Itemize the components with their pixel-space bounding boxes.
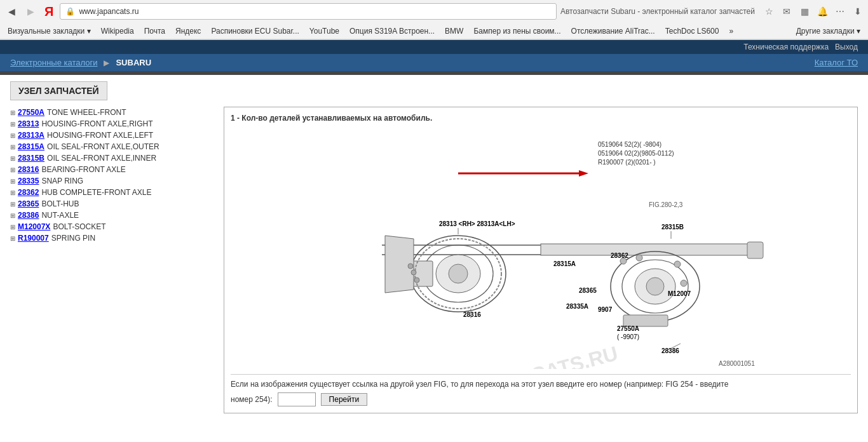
browser-toolbar: ◀ ▶ Я 🔒 www.japancats.ru Автозапчасти Su… bbox=[0, 0, 868, 23]
part-name-28365: BOLT-HUB bbox=[41, 199, 79, 208]
svg-text:M12007: M12007 bbox=[668, 290, 691, 297]
svg-point-26 bbox=[414, 278, 419, 283]
browser-chrome: ◀ ▶ Я 🔒 www.japancats.ru Автозапчасти Su… bbox=[0, 0, 868, 40]
svg-point-24 bbox=[681, 280, 687, 286]
part-name-28315b: OIL SEAL-FRONT AXLE,INNER bbox=[47, 154, 156, 163]
part-code-m12007x[interactable]: M12007X bbox=[18, 222, 50, 231]
expand-icon-1: ⊞ bbox=[10, 109, 15, 116]
list-item[interactable]: ⊞ R190007 SPRING PIN bbox=[10, 232, 214, 244]
svg-point-25 bbox=[408, 264, 413, 269]
go-button[interactable]: Перейти bbox=[321, 393, 368, 406]
footer-note: Если на изображения существует ссылка на… bbox=[231, 374, 851, 406]
parts-list: ⊞ 27550A TONE WHEEL-FRONT ⊞ 28313 HOUSIN… bbox=[10, 107, 214, 413]
tab-title: Автозапчасти Subaru - электронный катало… bbox=[560, 7, 755, 16]
catalog-breadcrumb-link[interactable]: Электронные каталоги bbox=[10, 58, 97, 67]
part-code-r190007[interactable]: R190007 bbox=[18, 234, 49, 243]
part-code-28316[interactable]: 28316 bbox=[18, 165, 39, 174]
bookmark-yandex[interactable]: Яндекс bbox=[172, 25, 205, 37]
expand-icon-6: ⊞ bbox=[10, 166, 15, 173]
part-code-28386[interactable]: 28386 bbox=[18, 211, 39, 220]
part-name-28313a: HOUSING-FRONT AXLE,LEFT bbox=[47, 131, 153, 140]
part-code-28362[interactable]: 28362 bbox=[18, 188, 39, 197]
part-code-28335[interactable]: 28335 bbox=[18, 177, 39, 185]
support-link[interactable]: Техническая поддержка bbox=[743, 43, 829, 51]
part-code-28313a[interactable]: 28313A bbox=[18, 131, 44, 140]
catalog-to-link[interactable]: Каталог ТО bbox=[815, 58, 858, 67]
svg-text:28315B: 28315B bbox=[661, 224, 684, 231]
svg-rect-45 bbox=[747, 242, 763, 258]
bell-icon[interactable]: 🔔 bbox=[816, 5, 829, 18]
part-code-28315b[interactable]: 28315B bbox=[18, 154, 44, 163]
header-links: Техническая поддержка Выход bbox=[743, 43, 858, 51]
bookmark-more-items[interactable]: » bbox=[725, 25, 737, 37]
breadcrumb-arrow: ▶ bbox=[104, 58, 109, 67]
expand-icon-4: ⊞ bbox=[10, 144, 15, 151]
logout-link[interactable]: Выход bbox=[835, 43, 858, 51]
url-text: www.japancats.ru bbox=[79, 7, 551, 16]
svg-point-13 bbox=[449, 264, 468, 283]
bookmark-alitrack[interactable]: Отслеживание AliTrac... bbox=[567, 25, 659, 37]
svg-text:28316: 28316 bbox=[463, 311, 481, 318]
lock-icon: 🔒 bbox=[65, 7, 75, 16]
site-header: Техническая поддержка Выход bbox=[0, 40, 868, 54]
fig-nav: номер 254): Перейти bbox=[231, 392, 851, 406]
page-wrapper: Техническая поддержка Выход Электронные … bbox=[0, 40, 868, 420]
bookmark-s319a[interactable]: Опция S319A Встроен... bbox=[346, 25, 438, 37]
part-code-27550a[interactable]: 27550A bbox=[18, 108, 44, 117]
bookmark-techdoc[interactable]: TechDoc LS600 bbox=[661, 25, 723, 37]
list-item[interactable]: ⊞ 28386 NUT-AXLE bbox=[10, 210, 214, 221]
list-item[interactable]: ⊞ 28313 HOUSING-FRONT AXLE,RIGHT bbox=[10, 118, 214, 130]
image-area: 1 - Кол-во деталей устанавливаемых на ав… bbox=[224, 107, 858, 413]
bookmarks-bar: Визуальные закладки ▾ Wikipedia Почта Ян… bbox=[0, 23, 868, 39]
part-code-28365[interactable]: 28365 bbox=[18, 199, 39, 208]
svg-text:28365: 28365 bbox=[579, 287, 597, 294]
yandex-logo[interactable]: Я bbox=[44, 4, 53, 19]
part-code-28313[interactable]: 28313 bbox=[18, 119, 39, 128]
part-code-28315a[interactable]: 28315A bbox=[18, 142, 44, 151]
list-item[interactable]: ⊞ 28315B OIL SEAL-FRONT AXLE,INNER bbox=[10, 152, 214, 164]
bookmark-bmw[interactable]: BMW bbox=[441, 25, 467, 37]
list-item[interactable]: ⊞ 28365 BOLT-HUB bbox=[10, 198, 214, 210]
forward-button[interactable]: ▶ bbox=[23, 4, 38, 19]
site-nav: Электронные каталоги ▶ SUBARU Каталог ТО bbox=[0, 54, 868, 71]
list-item[interactable]: ⊞ 28315A OIL SEAL-FRONT AXLE,OUTER bbox=[10, 141, 214, 152]
part-name-r190007: SPRING PIN bbox=[51, 234, 95, 243]
footer-note-text-2: номер 254): bbox=[231, 395, 273, 404]
bookmark-ecu[interactable]: Распиновки ECU Subar... bbox=[207, 25, 302, 37]
list-item[interactable]: ⊞ 28335 SNAP RING bbox=[10, 175, 214, 187]
bookmark-bumper[interactable]: Бампер из пены своим... bbox=[470, 25, 564, 37]
bookmark-youtube[interactable]: YouTube bbox=[306, 25, 343, 37]
address-bar[interactable]: 🔒 www.japancats.ru bbox=[60, 3, 557, 20]
expand-icon-8: ⊞ bbox=[10, 189, 15, 196]
svg-text:28315A: 28315A bbox=[553, 260, 576, 267]
bookmark-wikipedia[interactable]: Wikipedia bbox=[97, 25, 138, 37]
list-item[interactable]: ⊞ M12007X BOLT-SOCKET bbox=[10, 221, 214, 232]
part-name-m12007x: BOLT-SOCKET bbox=[53, 222, 105, 231]
diagram-container: 0519064 52(2)( -9804) 0519064 02(2)(9805… bbox=[231, 128, 851, 369]
apps-icon[interactable]: ▦ bbox=[798, 5, 811, 18]
fig-number-input[interactable] bbox=[278, 392, 316, 406]
part-name-27550a: TONE WHEEL-FRONT bbox=[47, 108, 126, 117]
list-item[interactable]: ⊞ 28313A HOUSING-FRONT AXLE,LEFT bbox=[10, 130, 214, 141]
expand-icon-12: ⊞ bbox=[10, 235, 15, 242]
back-button[interactable]: ◀ bbox=[4, 4, 19, 19]
svg-text:R190007  (2)(0201-       ): R190007 (2)(0201- ) bbox=[598, 159, 656, 166]
svg-rect-9 bbox=[541, 244, 750, 255]
other-bookmarks[interactable]: Другие закладки ▾ bbox=[792, 25, 864, 37]
list-item[interactable]: ⊞ 28316 BEARING-FRONT AXLE bbox=[10, 164, 214, 175]
footer-note-text-1: Если на изображения существует ссылка на… bbox=[231, 380, 728, 389]
mail-icon[interactable]: ✉ bbox=[780, 5, 793, 18]
star-icon[interactable]: ☆ bbox=[763, 5, 775, 18]
expand-icon-9: ⊞ bbox=[10, 201, 15, 208]
bookmark-mail[interactable]: Почта bbox=[140, 25, 169, 37]
list-item[interactable]: ⊞ 27550A TONE WHEEL-FRONT bbox=[10, 107, 214, 118]
download-icon[interactable]: ⬇ bbox=[851, 5, 864, 18]
expand-icon-11: ⊞ bbox=[10, 224, 15, 231]
svg-point-20 bbox=[646, 278, 664, 295]
svg-point-27 bbox=[411, 270, 416, 275]
more-icon[interactable]: ⋯ bbox=[834, 5, 846, 18]
section-title: УЗЕЛ ЗАПЧАСТЕЙ bbox=[10, 81, 107, 100]
bookmarks-visual[interactable]: Визуальные закладки ▾ bbox=[4, 25, 95, 37]
part-name-28386: NUT-AXLE bbox=[41, 211, 79, 220]
list-item[interactable]: ⊞ 28362 HUB COMPLETE-FRONT AXLE bbox=[10, 187, 214, 198]
